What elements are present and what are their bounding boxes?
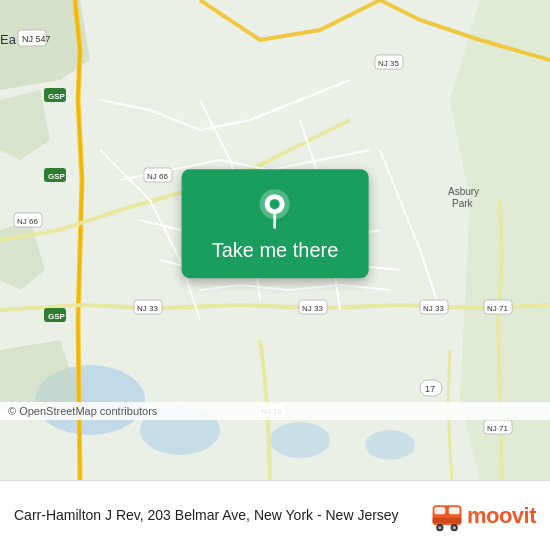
svg-text:GSP: GSP	[48, 92, 66, 101]
svg-point-46	[452, 525, 456, 529]
svg-rect-42	[432, 517, 461, 522]
map-container: NJ 547 GSP GSP GSP NJ 66 NJ 66 NJ 35 NJ …	[0, 0, 550, 480]
svg-point-44	[438, 525, 442, 529]
svg-point-4	[365, 430, 415, 460]
svg-point-38	[270, 199, 280, 209]
svg-point-3	[270, 422, 330, 458]
svg-text:GSP: GSP	[48, 172, 66, 181]
attribution-text: © OpenStreetMap contributors	[8, 405, 157, 417]
svg-text:NJ 547: NJ 547	[22, 34, 51, 44]
attribution-bar: © OpenStreetMap contributors	[0, 402, 550, 420]
bottom-bar: Carr-Hamilton J Rev, 203 Belmar Ave, New…	[0, 480, 550, 550]
svg-text:NJ 71: NJ 71	[487, 424, 508, 433]
svg-rect-41	[449, 507, 460, 514]
moovit-bus-icon	[429, 498, 465, 534]
svg-text:Asbury: Asbury	[448, 186, 479, 197]
app: NJ 547 GSP GSP GSP NJ 66 NJ 66 NJ 35 NJ …	[0, 0, 550, 550]
svg-text:GSP: GSP	[48, 312, 66, 321]
location-pin-icon	[255, 189, 295, 229]
location-name: Carr-Hamilton J Rev, 203 Belmar Ave, New…	[14, 507, 399, 523]
moovit-logo: moovit	[429, 498, 536, 534]
moovit-text: moovit	[467, 503, 536, 529]
svg-text:NJ 35: NJ 35	[378, 59, 399, 68]
svg-text:NJ 71: NJ 71	[487, 304, 508, 313]
take-me-there-label: Take me there	[212, 239, 339, 262]
svg-text:NJ 33: NJ 33	[302, 304, 323, 313]
svg-text:Ea: Ea	[0, 32, 17, 47]
svg-text:NJ 66: NJ 66	[147, 172, 168, 181]
svg-text:Park: Park	[452, 198, 474, 209]
svg-text:NJ 33: NJ 33	[423, 304, 444, 313]
location-info: Carr-Hamilton J Rev, 203 Belmar Ave, New…	[14, 506, 417, 526]
svg-text:NJ 66: NJ 66	[17, 217, 38, 226]
svg-text:17: 17	[425, 384, 435, 394]
take-me-there-card[interactable]: Take me there	[182, 169, 369, 278]
svg-rect-40	[434, 507, 445, 514]
svg-text:NJ 33: NJ 33	[137, 304, 158, 313]
